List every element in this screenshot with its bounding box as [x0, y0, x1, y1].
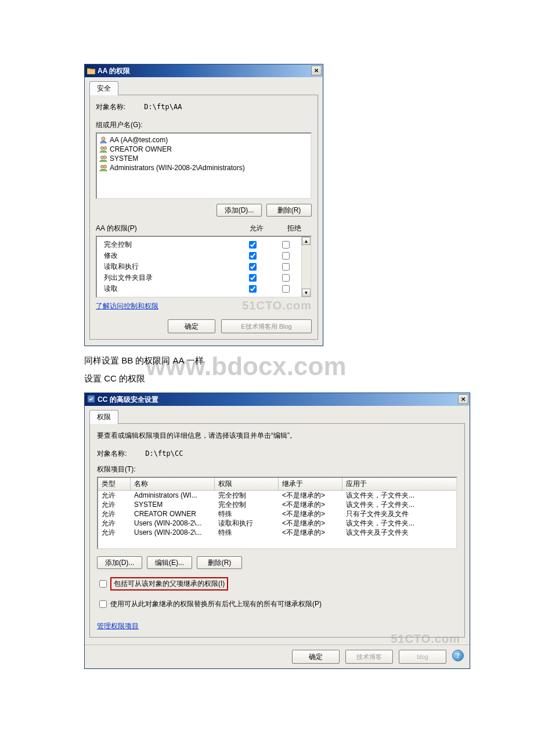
table-row[interactable]: 允许 Users (WIN-2008-2\... 特殊 <不是继承的> 该文件夹… — [98, 528, 456, 537]
doc-text-line2: 设置 CC 的权限 — [84, 373, 453, 384]
watermark-overlay: 技术博客 — [356, 653, 382, 660]
folder-icon — [87, 67, 95, 74]
learn-access-link[interactable]: 了解访问控制和权限 — [96, 302, 158, 310]
cell-name: Administrators (WI... — [131, 491, 215, 500]
add-user-button[interactable]: 添加(D)... — [217, 204, 262, 217]
group-users-label: 组或用户名(G): — [96, 120, 312, 130]
cell-type: 允许 — [98, 491, 131, 500]
permission-name: 修改 — [104, 251, 233, 261]
edit-entry-button[interactable]: 编辑(E)... — [147, 556, 192, 569]
tab-permissions[interactable]: 权限 — [89, 410, 118, 424]
cell-name: SYSTEM — [131, 500, 215, 509]
cell-perm: 特殊 — [215, 528, 279, 537]
cell-name: Users (WIN-2008-2\... — [131, 528, 215, 537]
help-icon[interactable]: ? — [452, 650, 464, 661]
list-item[interactable]: CREATOR OWNER — [99, 145, 308, 154]
list-item[interactable]: SYSTEM — [99, 154, 308, 163]
permission-entries-label: 权限项目(T): — [97, 465, 457, 474]
permission-row: 读取 — [104, 283, 299, 294]
dialog-titlebar[interactable]: AA 的权限 ✕ — [85, 64, 323, 77]
list-item[interactable]: AA (AA@test.com) — [99, 135, 308, 145]
list-item-label: CREATOR OWNER — [110, 145, 172, 153]
dialog-title: CC 的高级安全设置 — [98, 395, 158, 405]
allow-checkbox[interactable] — [249, 263, 257, 271]
col-inherited[interactable]: 继承于 — [279, 478, 342, 490]
cell-apply: 该文件夹，子文件夹... — [342, 500, 456, 509]
apply-button[interactable]: blog — [399, 650, 446, 664]
remove-entry-button[interactable]: 删除(R) — [197, 556, 242, 569]
deny-checkbox[interactable] — [282, 274, 290, 282]
deny-checkbox[interactable] — [282, 263, 290, 271]
list-item-label: SYSTEM — [110, 154, 138, 163]
permission-row: 修改 — [104, 250, 299, 261]
include-inheritable-checkbox[interactable] — [99, 580, 107, 588]
cell-name: Users (WIN-2008-2\... — [131, 519, 215, 528]
permissions-list: 完全控制 修改 读取和执行 — [97, 237, 301, 297]
table-row[interactable]: 允许 SYSTEM 完全控制 <不是继承的> 该文件夹，子文件夹... — [98, 500, 456, 509]
svg-point-6 — [104, 165, 107, 168]
user-icon — [99, 136, 107, 144]
watermark-text: 51CTO.com — [242, 299, 312, 312]
group-icon — [99, 145, 107, 153]
group-icon — [99, 164, 107, 172]
remove-user-button[interactable]: 删除(R) — [266, 204, 312, 217]
table-row[interactable]: 允许 Users (WIN-2008-2\... 读取和执行 <不是继承的> 该… — [98, 519, 456, 528]
dialog-title: AA 的权限 — [98, 66, 130, 76]
col-apply[interactable]: 应用于 — [342, 478, 456, 490]
cell-apply: 该文件夹及子文件夹 — [342, 528, 456, 537]
cell-type: 允许 — [98, 528, 131, 537]
dialog-titlebar[interactable]: CC 的高级安全设置 ✕ — [85, 393, 470, 406]
list-item-label: Administrators (WIN-2008-2\Administrator… — [110, 164, 245, 172]
close-button[interactable]: ✕ — [311, 66, 322, 75]
allow-checkbox[interactable] — [249, 241, 257, 249]
object-name-value: D:\ftp\AA — [144, 103, 182, 111]
cell-apply: 该文件夹，子文件夹... — [342, 491, 456, 500]
cell-perm: 读取和执行 — [215, 519, 279, 528]
tab-strip: 权限 — [89, 409, 465, 424]
permissions-for-label: AA 的权限(P) — [96, 224, 236, 233]
permission-name: 读取和执行 — [104, 262, 233, 272]
svg-point-2 — [104, 147, 107, 150]
deny-checkbox[interactable] — [282, 241, 290, 249]
deny-checkbox[interactable] — [282, 285, 290, 293]
ok-button[interactable]: 确定 — [292, 650, 340, 664]
doc-text-line1: 同样设置 BB 的权限同 AA 一样 — [84, 355, 453, 366]
permission-entries-table[interactable]: 类型 名称 权限 继承于 应用于 允许 Administrators (WI..… — [97, 477, 457, 549]
permission-row: 完全控制 — [104, 239, 299, 250]
col-name[interactable]: 名称 — [131, 478, 215, 490]
object-name-label: 对象名称: — [96, 102, 142, 112]
scroll-down-icon[interactable]: ▼ — [302, 289, 311, 297]
cancel-button[interactable]: 技术博客 — [345, 650, 393, 664]
cell-apply: 该文件夹，子文件夹... — [342, 519, 456, 528]
users-listbox[interactable]: AA (AA@test.com) CREATOR OWNER SYSTEM Ad… — [96, 132, 312, 199]
deny-header: 拒绝 — [277, 224, 312, 233]
cancel-apply-button[interactable]: E技术博客用 Blog — [221, 319, 312, 333]
col-type[interactable]: 类型 — [98, 478, 131, 490]
ok-button[interactable]: 确定 — [168, 319, 215, 333]
cell-perm: 特殊 — [215, 509, 279, 519]
tab-strip: 安全 — [89, 81, 318, 95]
table-header: 类型 名称 权限 继承于 应用于 — [98, 478, 456, 491]
manage-permission-link[interactable]: 管理权限项目 — [97, 622, 139, 630]
tab-security[interactable]: 安全 — [89, 81, 118, 95]
allow-checkbox[interactable] — [249, 252, 257, 260]
allow-checkbox[interactable] — [249, 274, 257, 282]
close-button[interactable]: ✕ — [458, 394, 468, 404]
permissions-dialog: AA 的权限 ✕ 安全 对象名称: D:\ftp\AA 组或用户名(G): AA… — [84, 64, 323, 346]
instruction-text: 要查看或编辑权限项目的详细信息，请选择该项目并单击“编辑”。 — [97, 431, 457, 441]
svg-point-4 — [104, 156, 107, 159]
table-row[interactable]: 允许 CREATOR OWNER 特殊 <不是继承的> 只有子文件夹及文件 — [98, 509, 456, 519]
scrollbar[interactable]: ▲ ▼ — [301, 237, 311, 297]
scroll-up-icon[interactable]: ▲ — [302, 237, 311, 245]
replace-descendants-checkbox[interactable] — [99, 600, 107, 608]
cell-name: CREATOR OWNER — [131, 509, 215, 519]
col-perm[interactable]: 权限 — [215, 478, 279, 490]
group-icon — [99, 154, 107, 163]
deny-checkbox[interactable] — [282, 252, 290, 260]
add-entry-button[interactable]: 添加(D)... — [97, 556, 142, 569]
list-item[interactable]: Administrators (WIN-2008-2\Administrator… — [99, 163, 308, 172]
table-row[interactable]: 允许 Administrators (WI... 完全控制 <不是继承的> 该文… — [98, 491, 456, 500]
cell-type: 允许 — [98, 500, 131, 509]
allow-checkbox[interactable] — [249, 285, 257, 293]
cell-inh: <不是继承的> — [279, 528, 342, 537]
